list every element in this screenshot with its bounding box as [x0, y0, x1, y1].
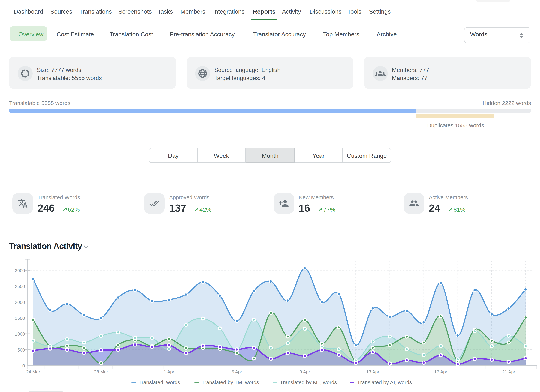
svg-text:17 Apr: 17 Apr	[434, 369, 447, 374]
svg-text:1000: 1000	[15, 332, 25, 337]
svg-text:500: 500	[17, 347, 25, 352]
svg-text:1 Apr: 1 Apr	[164, 369, 174, 374]
svg-text:9 Apr: 9 Apr	[300, 369, 310, 374]
svg-text:5 Apr: 5 Apr	[232, 369, 242, 374]
svg-text:24 Mar: 24 Mar	[26, 369, 40, 374]
svg-text:2000: 2000	[15, 300, 25, 305]
svg-text:28 Mar: 28 Mar	[94, 369, 108, 374]
svg-text:3000: 3000	[15, 268, 25, 273]
svg-text:13 Apr: 13 Apr	[366, 369, 379, 374]
svg-text:21 Apr: 21 Apr	[502, 369, 515, 374]
svg-text:0: 0	[22, 363, 25, 368]
svg-text:2500: 2500	[15, 284, 25, 289]
svg-text:1500: 1500	[15, 316, 25, 321]
